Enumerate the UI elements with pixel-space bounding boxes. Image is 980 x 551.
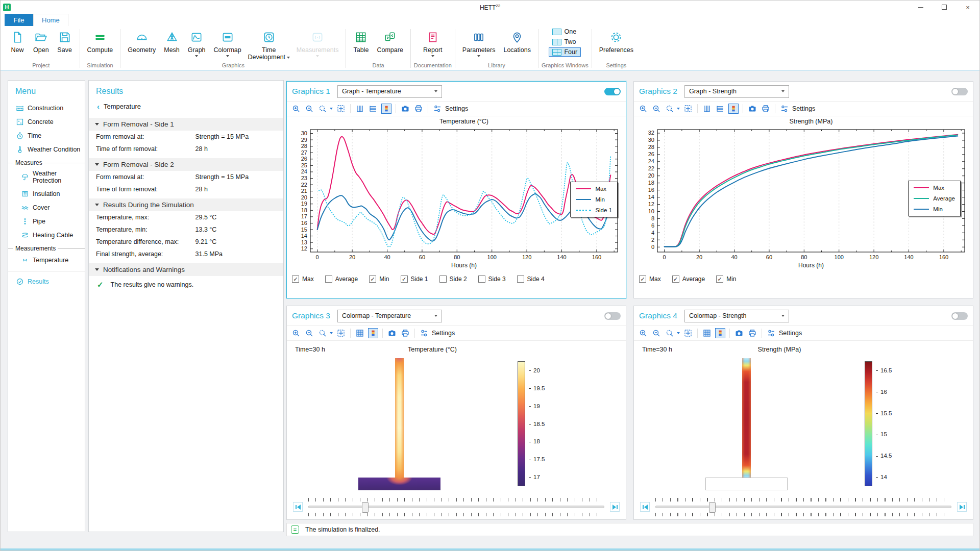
zoom-region-icon[interactable] <box>317 328 328 338</box>
save-button[interactable]: Save <box>53 27 77 54</box>
series-checkbox-side-2[interactable]: Side 2 <box>439 276 467 283</box>
mesh-grid-icon[interactable] <box>355 328 365 338</box>
series-checkbox-average[interactable]: ✓Average <box>672 276 705 283</box>
zoom-in-icon[interactable] <box>291 328 301 338</box>
zoom-in-icon[interactable] <box>638 328 648 338</box>
layout-four-button[interactable]: Four <box>549 47 581 57</box>
slider-handle[interactable] <box>709 502 716 513</box>
graphics3-settings-button[interactable]: Settings <box>419 328 455 338</box>
section-results-during-simulation[interactable]: Results During the Simulation <box>89 198 283 211</box>
step-forward-button[interactable] <box>957 502 967 512</box>
zoom-fit-icon[interactable] <box>683 328 693 338</box>
zoom-region-caret[interactable] <box>677 108 680 110</box>
graphics2-settings-button[interactable]: Settings <box>779 104 815 114</box>
colormap-button[interactable]: Colormap <box>210 27 246 57</box>
locations-button[interactable]: Locations <box>499 27 535 54</box>
print-icon[interactable] <box>413 104 424 114</box>
graphics2-view-dropdown[interactable]: Graph - Strength <box>684 85 789 98</box>
section-form-removal-side1[interactable]: Form Removal - Side 1 <box>89 118 283 131</box>
zoom-fit-icon[interactable] <box>683 104 693 114</box>
close-button[interactable]: × <box>956 1 979 14</box>
sidebar-item-cover[interactable]: Cover <box>8 201 85 214</box>
zoom-region-icon[interactable] <box>317 104 328 114</box>
maximize-button[interactable] <box>933 1 956 14</box>
sidebar-item-insulation[interactable]: Insulation <box>8 187 85 201</box>
graphics1-view-dropdown[interactable]: Graph - Temperature <box>337 85 442 98</box>
graphics1-settings-button[interactable]: Settings <box>432 104 468 114</box>
series-checkbox-max[interactable]: ✓Max <box>639 276 661 283</box>
new-button[interactable]: New <box>6 27 29 54</box>
layout-two-button[interactable]: Two <box>549 37 581 46</box>
sidebar-item-weather-condition[interactable]: Weather Condition <box>8 142 85 156</box>
preferences-button[interactable]: Preferences <box>595 27 638 54</box>
colorbar-toggle-icon[interactable] <box>381 104 391 114</box>
snapshot-camera-icon[interactable] <box>734 328 744 338</box>
graphics3-view-dropdown[interactable]: Colormap - Temperature <box>337 310 442 322</box>
graphics4-settings-button[interactable]: Settings <box>766 328 802 338</box>
series-checkbox-min[interactable]: ✓Min <box>369 276 389 283</box>
sidebar-item-weather-protection[interactable]: Weather Protection <box>8 167 85 187</box>
step-forward-button[interactable] <box>610 502 620 512</box>
sidebar-item-temperature[interactable]: Temperature <box>8 253 85 267</box>
series-checkbox-side-1[interactable]: ✓Side 1 <box>401 276 428 283</box>
graphics2-toggle[interactable] <box>951 88 968 95</box>
zoom-region-icon[interactable] <box>665 328 675 338</box>
series-checkbox-max[interactable]: ✓Max <box>292 276 314 283</box>
snapshot-camera-icon[interactable] <box>747 104 757 114</box>
colorbar-toggle-icon[interactable] <box>728 104 739 114</box>
zoom-out-icon[interactable] <box>651 104 662 114</box>
graphics4-toggle[interactable] <box>951 312 968 320</box>
print-icon[interactable] <box>761 104 771 114</box>
results-back-row[interactable]: ‹ Temperature <box>89 100 283 115</box>
tab-home[interactable]: Home <box>33 14 68 26</box>
colorbar-toggle-icon[interactable] <box>368 328 378 338</box>
colorbar-toggle-icon[interactable] <box>715 328 725 338</box>
series-checkbox-side-3[interactable]: Side 3 <box>478 276 506 283</box>
step-back-button[interactable] <box>293 502 303 512</box>
sidebar-item-results[interactable]: Results <box>8 274 85 288</box>
zoom-fit-icon[interactable] <box>336 104 346 114</box>
minimize-button[interactable] <box>909 1 933 14</box>
zoom-out-icon[interactable] <box>304 104 314 114</box>
section-notifications-warnings[interactable]: Notifications and Warnings <box>89 263 283 276</box>
graphics1-toggle[interactable] <box>604 88 621 95</box>
geometry-button[interactable]: Geometry <box>124 27 160 54</box>
report-button[interactable]: Report <box>419 27 447 57</box>
parameters-button[interactable]: Parameters <box>458 27 500 57</box>
mesh-button[interactable]: Mesh <box>160 27 184 54</box>
sidebar-item-construction[interactable]: Construction <box>8 101 85 115</box>
series-checkbox-min[interactable]: ✓Min <box>716 276 736 283</box>
zoom-in-icon[interactable] <box>291 104 301 114</box>
series-checkbox-average[interactable]: Average <box>325 276 358 283</box>
horizontal-gridlines-icon[interactable] <box>368 104 378 114</box>
snapshot-camera-icon[interactable] <box>387 328 397 338</box>
print-icon[interactable] <box>400 328 410 338</box>
zoom-in-icon[interactable] <box>638 104 648 114</box>
tab-file[interactable]: File <box>5 14 33 26</box>
sidebar-item-concrete[interactable]: Concrete <box>8 115 85 129</box>
series-checkbox-side-4[interactable]: Side 4 <box>517 276 545 283</box>
vertical-gridlines-icon[interactable] <box>355 104 365 114</box>
graphics4-view-dropdown[interactable]: Colormap - Strength <box>684 310 789 322</box>
zoom-region-caret[interactable] <box>677 332 680 334</box>
slider-track[interactable] <box>308 506 604 508</box>
zoom-fit-icon[interactable] <box>336 328 346 338</box>
zoom-region-icon[interactable] <box>665 104 675 114</box>
slider-track[interactable] <box>655 506 951 508</box>
snapshot-camera-icon[interactable] <box>400 104 410 114</box>
sidebar-item-heating-cable[interactable]: Heating Cable <box>8 228 85 242</box>
compute-button[interactable]: Compute <box>83 27 117 54</box>
zoom-out-icon[interactable] <box>304 328 314 338</box>
horizontal-gridlines-icon[interactable] <box>715 104 725 114</box>
zoom-region-caret[interactable] <box>330 332 333 334</box>
print-icon[interactable] <box>747 328 757 338</box>
open-button[interactable]: Open <box>29 27 53 54</box>
section-form-removal-side2[interactable]: Form Removal - Side 2 <box>89 158 283 171</box>
slider-handle[interactable] <box>362 502 369 513</box>
compare-button[interactable]: Compare <box>373 27 407 54</box>
vertical-gridlines-icon[interactable] <box>702 104 712 114</box>
step-back-button[interactable] <box>640 502 650 512</box>
sidebar-item-time[interactable]: Time <box>8 129 85 142</box>
table-button[interactable]: Table <box>349 27 373 54</box>
sidebar-item-pipe[interactable]: Pipe <box>8 214 85 228</box>
